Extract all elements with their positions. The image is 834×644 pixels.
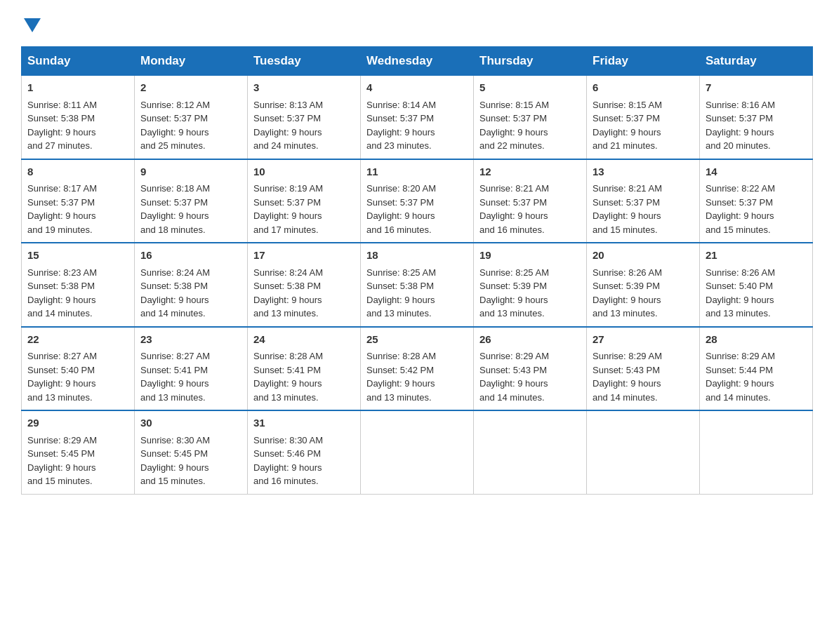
sunset-info: Sunset: 5:46 PM bbox=[253, 448, 321, 459]
daylight-minutes: and 24 minutes. bbox=[253, 140, 319, 151]
day-number: 12 bbox=[479, 164, 581, 180]
day-number: 10 bbox=[253, 164, 355, 180]
day-number: 15 bbox=[27, 248, 128, 264]
day-number: 18 bbox=[366, 248, 468, 264]
sunrise-info: Sunrise: 8:29 AM bbox=[479, 351, 549, 361]
calendar-day-cell: 15 Sunrise: 8:23 AM Sunset: 5:38 PM Dayl… bbox=[22, 243, 135, 327]
sunset-info: Sunset: 5:37 PM bbox=[706, 197, 773, 208]
sunset-info: Sunset: 5:45 PM bbox=[27, 448, 95, 459]
daylight-info: Daylight: 9 hours bbox=[706, 210, 774, 221]
calendar-day-cell: 22 Sunrise: 8:27 AM Sunset: 5:40 PM Dayl… bbox=[22, 327, 135, 411]
daylight-info: Daylight: 9 hours bbox=[140, 462, 209, 473]
sunset-info: Sunset: 5:37 PM bbox=[593, 197, 660, 208]
calendar-day-cell: 20 Sunrise: 8:26 AM Sunset: 5:39 PM Dayl… bbox=[587, 243, 700, 327]
daylight-info: Daylight: 9 hours bbox=[366, 378, 435, 389]
calendar-day-cell: 8 Sunrise: 8:17 AM Sunset: 5:37 PM Dayli… bbox=[22, 159, 135, 243]
sunset-info: Sunset: 5:37 PM bbox=[366, 197, 434, 208]
calendar-day-cell: 5 Sunrise: 8:15 AM Sunset: 5:37 PM Dayli… bbox=[474, 76, 587, 159]
daylight-minutes: and 14 minutes. bbox=[140, 308, 206, 318]
calendar-week-row: 1 Sunrise: 8:11 AM Sunset: 5:38 PM Dayli… bbox=[22, 76, 813, 159]
daylight-minutes: and 13 minutes. bbox=[27, 392, 93, 403]
daylight-info: Daylight: 9 hours bbox=[140, 127, 209, 137]
day-number: 9 bbox=[140, 164, 241, 180]
day-number: 1 bbox=[27, 80, 128, 96]
calendar-day-cell: 4 Sunrise: 8:14 AM Sunset: 5:37 PM Dayli… bbox=[361, 76, 474, 159]
sunset-info: Sunset: 5:40 PM bbox=[27, 365, 95, 375]
day-number: 27 bbox=[593, 332, 694, 348]
daylight-minutes: and 13 minutes. bbox=[253, 308, 319, 318]
calendar-day-cell: 19 Sunrise: 8:25 AM Sunset: 5:39 PM Dayl… bbox=[474, 243, 587, 327]
sunset-info: Sunset: 5:43 PM bbox=[479, 365, 547, 375]
daylight-minutes: and 13 minutes. bbox=[140, 392, 206, 403]
day-number: 30 bbox=[140, 415, 241, 431]
calendar-day-cell: 11 Sunrise: 8:20 AM Sunset: 5:37 PM Dayl… bbox=[361, 159, 474, 243]
sunrise-info: Sunrise: 8:21 AM bbox=[593, 183, 662, 194]
daylight-minutes: and 13 minutes. bbox=[593, 308, 658, 318]
sunrise-info: Sunrise: 8:15 AM bbox=[479, 100, 549, 110]
daylight-minutes: and 16 minutes. bbox=[479, 224, 545, 235]
daylight-info: Daylight: 9 hours bbox=[27, 378, 96, 389]
sunset-info: Sunset: 5:37 PM bbox=[366, 113, 434, 123]
calendar-week-row: 8 Sunrise: 8:17 AM Sunset: 5:37 PM Dayli… bbox=[22, 159, 813, 243]
calendar-week-row: 29 Sunrise: 8:29 AM Sunset: 5:45 PM Dayl… bbox=[22, 410, 813, 494]
calendar-day-cell: 14 Sunrise: 8:22 AM Sunset: 5:37 PM Dayl… bbox=[700, 159, 813, 243]
day-of-week-header: Wednesday bbox=[361, 47, 474, 76]
sunset-info: Sunset: 5:43 PM bbox=[593, 365, 660, 375]
daylight-minutes: and 15 minutes. bbox=[27, 476, 93, 486]
daylight-minutes: and 14 minutes. bbox=[27, 308, 93, 318]
calendar-day-cell: 30 Sunrise: 8:30 AM Sunset: 5:45 PM Dayl… bbox=[135, 410, 248, 494]
sunrise-info: Sunrise: 8:30 AM bbox=[140, 435, 210, 445]
day-number: 4 bbox=[366, 80, 468, 96]
daylight-minutes: and 15 minutes. bbox=[706, 224, 771, 235]
daylight-info: Daylight: 9 hours bbox=[140, 210, 209, 221]
day-of-week-header: Tuesday bbox=[248, 47, 361, 76]
daylight-info: Daylight: 9 hours bbox=[706, 295, 774, 305]
sunset-info: Sunset: 5:38 PM bbox=[140, 281, 208, 291]
daylight-info: Daylight: 9 hours bbox=[593, 127, 661, 137]
calendar-day-cell: 29 Sunrise: 8:29 AM Sunset: 5:45 PM Dayl… bbox=[22, 410, 135, 494]
calendar-day-cell: 31 Sunrise: 8:30 AM Sunset: 5:46 PM Dayl… bbox=[248, 410, 361, 494]
day-number: 28 bbox=[706, 332, 807, 348]
daylight-info: Daylight: 9 hours bbox=[27, 462, 96, 473]
sunrise-info: Sunrise: 8:24 AM bbox=[140, 267, 210, 278]
calendar-day-cell: 10 Sunrise: 8:19 AM Sunset: 5:37 PM Dayl… bbox=[248, 159, 361, 243]
daylight-info: Daylight: 9 hours bbox=[253, 210, 322, 221]
daylight-info: Daylight: 9 hours bbox=[140, 295, 209, 305]
daylight-minutes: and 23 minutes. bbox=[366, 140, 432, 151]
calendar-day-cell bbox=[361, 410, 474, 494]
calendar-day-cell: 2 Sunrise: 8:12 AM Sunset: 5:37 PM Dayli… bbox=[135, 76, 248, 159]
day-number: 3 bbox=[253, 80, 355, 96]
sunset-info: Sunset: 5:37 PM bbox=[479, 113, 547, 123]
day-of-week-header: Saturday bbox=[700, 47, 813, 76]
sunrise-info: Sunrise: 8:17 AM bbox=[27, 183, 97, 194]
daylight-minutes: and 14 minutes. bbox=[593, 392, 658, 403]
calendar-day-cell: 3 Sunrise: 8:13 AM Sunset: 5:37 PM Dayli… bbox=[248, 76, 361, 159]
day-number: 29 bbox=[27, 415, 128, 431]
day-of-week-header: Sunday bbox=[22, 47, 135, 76]
day-number: 17 bbox=[253, 248, 355, 264]
calendar-day-cell: 26 Sunrise: 8:29 AM Sunset: 5:43 PM Dayl… bbox=[474, 327, 587, 411]
sunrise-info: Sunrise: 8:27 AM bbox=[27, 351, 97, 361]
daylight-info: Daylight: 9 hours bbox=[593, 295, 661, 305]
sunrise-info: Sunrise: 8:13 AM bbox=[253, 100, 323, 110]
daylight-info: Daylight: 9 hours bbox=[479, 378, 548, 389]
sunrise-info: Sunrise: 8:23 AM bbox=[27, 267, 97, 278]
day-number: 11 bbox=[366, 164, 468, 180]
calendar-day-cell: 1 Sunrise: 8:11 AM Sunset: 5:38 PM Dayli… bbox=[22, 76, 135, 159]
daylight-minutes: and 25 minutes. bbox=[140, 140, 206, 151]
sunrise-info: Sunrise: 8:18 AM bbox=[140, 183, 210, 194]
daylight-info: Daylight: 9 hours bbox=[253, 295, 322, 305]
logo-triangle-icon bbox=[24, 18, 41, 32]
day-number: 21 bbox=[706, 248, 807, 264]
sunset-info: Sunset: 5:38 PM bbox=[27, 113, 95, 123]
day-number: 25 bbox=[366, 332, 468, 348]
daylight-info: Daylight: 9 hours bbox=[27, 295, 96, 305]
daylight-minutes: and 17 minutes. bbox=[253, 224, 319, 235]
sunrise-info: Sunrise: 8:19 AM bbox=[253, 183, 323, 194]
daylight-info: Daylight: 9 hours bbox=[706, 127, 774, 137]
sunrise-info: Sunrise: 8:26 AM bbox=[593, 267, 662, 278]
day-number: 26 bbox=[479, 332, 581, 348]
daylight-info: Daylight: 9 hours bbox=[706, 378, 774, 389]
sunset-info: Sunset: 5:40 PM bbox=[706, 281, 773, 291]
sunrise-info: Sunrise: 8:28 AM bbox=[253, 351, 323, 361]
